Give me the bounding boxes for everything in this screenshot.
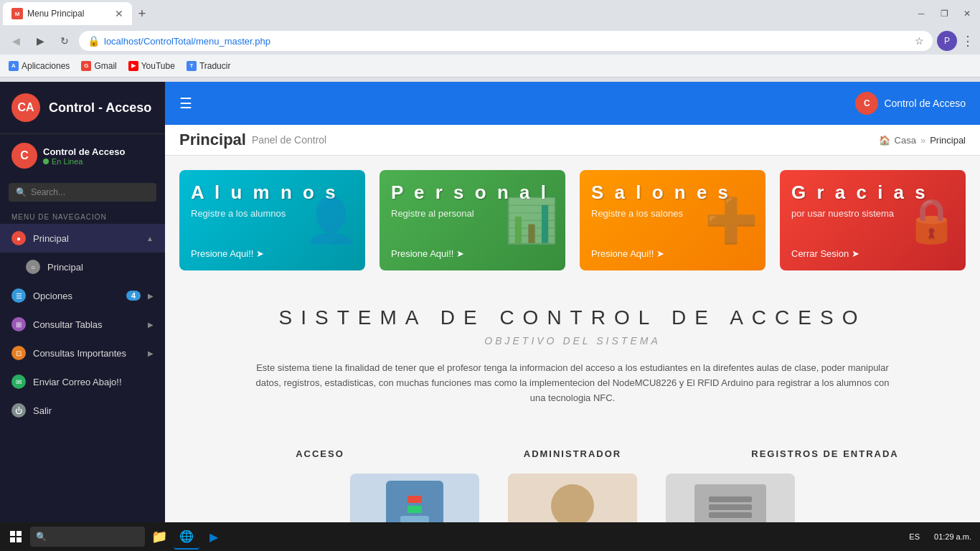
home-icon: 🏠 [879, 135, 890, 146]
hamburger-button[interactable]: ☰ [179, 95, 192, 112]
sidebar-item-principal[interactable]: ○ Principal [0, 253, 165, 281]
opciones-icon: ☰ [11, 288, 26, 303]
bookmark-youtube[interactable]: ▶ YouTube [128, 61, 175, 71]
window-controls: ─ ❐ ✕ [911, 4, 977, 24]
bookmark-gmail[interactable]: G Gmail [81, 61, 116, 71]
bookmark-aplicaciones[interactable]: A Aplicaciones [9, 61, 70, 71]
card-personal-action[interactable]: Presione Aqui!! ➤ [391, 248, 554, 259]
tray-lang: ES [909, 532, 920, 541]
alumnos-icon: 👤 [304, 195, 358, 246]
translate-icon: T [187, 61, 197, 71]
consultas-chevron-icon: ▶ [148, 349, 154, 357]
svg-rect-3 [17, 537, 22, 542]
device-led-green [407, 506, 422, 513]
back-button[interactable]: ◀ [6, 31, 26, 51]
breadcrumb-subtitle: Panel de Control [252, 134, 326, 146]
breadcrumb-current: Principal [930, 135, 966, 146]
tab-favicon: M [11, 8, 23, 19]
start-button[interactable] [3, 524, 29, 550]
taskbar-search-box[interactable]: 🔍 [30, 527, 145, 547]
svg-rect-2 [10, 537, 15, 542]
status-dot-icon [43, 159, 49, 164]
gmail-icon: G [81, 61, 91, 71]
consultar-icon: ⊞ [11, 317, 26, 331]
taskbar-right-section: ES 01:29 a.m. [903, 532, 977, 542]
card-alumnos[interactable]: A l u m n o s Registre a los alumnos Pre… [179, 170, 365, 270]
taskbar-clock: 01:29 a.m. [928, 532, 977, 542]
tab-close-button[interactable]: ✕ [115, 8, 123, 19]
taskbar-chrome-icon[interactable]: 🌐 [174, 524, 199, 550]
bookmark-star-icon[interactable]: ☆ [915, 35, 924, 47]
address-text: localhost/ControlTotal/menu_master.php [104, 36, 910, 47]
gmail-label: Gmail [94, 61, 116, 71]
device-led-red [407, 496, 422, 503]
card-gracias-action[interactable]: Cerrar Sesion ➤ [791, 248, 954, 259]
card-personal[interactable]: P e r s o n a l Registre al personal Pre… [380, 170, 565, 270]
aplicaciones-label: Aplicaciones [22, 61, 70, 71]
taskbar-explorer-icon[interactable]: 📁 [146, 524, 172, 550]
username-label: Control de Acceso [43, 146, 154, 157]
consultar-chevron-icon: ▶ [148, 321, 154, 329]
sidebar-item-consultas-label: Consultas Importantes [33, 348, 141, 359]
header-brand: Control de Acceso [884, 98, 966, 109]
card-salones-action[interactable]: Presione Aqui!! ➤ [591, 248, 754, 259]
more-options-button[interactable]: ⋮ [961, 33, 974, 49]
reg-line1 [709, 496, 752, 502]
label-administrador: ADMINISTRADOR [446, 448, 699, 459]
bookmarks-bar: A Aplicaciones G Gmail ▶ YouTube T Tradu… [0, 55, 980, 77]
sidebar-item-opciones-label: Opciones [33, 291, 119, 301]
label-acceso: ACCESO [194, 448, 446, 459]
taskbar-search-icon: 🔍 [36, 532, 47, 542]
chevron-down-icon: ▲ [146, 235, 154, 242]
breadcrumb-right: 🏠 Casa » Principal [879, 135, 966, 146]
taskbar-vscode-icon[interactable]: ▶ [201, 524, 227, 550]
reg-line2 [709, 504, 752, 510]
sidebar-item-salir-label: Salir [33, 405, 154, 416]
sidebar-user-section: C Control de Acceso En Linea [0, 134, 165, 177]
search-box: 🔍 [9, 183, 156, 202]
header-left: ☰ [179, 95, 192, 112]
label-registros: REGISTROS DE ENTRADA [699, 448, 951, 459]
sidebar-item-consultas[interactable]: ⊡ Consultas Importantes ▶ [0, 339, 165, 367]
sidebar-item-principal-parent[interactable]: ● Principal ▲ [0, 224, 165, 253]
cards-row: A l u m n o s Registre a los alumnos Pre… [165, 156, 980, 285]
header-logo: C [855, 92, 878, 115]
admin-circle [551, 484, 594, 527]
status-badge: En Linea [43, 157, 154, 166]
sidebar-item-salir[interactable]: ⏻ Salir [0, 396, 165, 425]
search-input[interactable] [31, 187, 149, 197]
tab-bar: M Menu Principal ✕ + ─ ❐ ✕ [0, 0, 980, 27]
new-tab-button[interactable]: + [132, 4, 152, 24]
principal-parent-icon: ● [11, 231, 26, 245]
bookmark-traducir[interactable]: T Traducir [187, 61, 231, 71]
tab-title: Menu Principal [27, 9, 110, 19]
page-title: Principal [179, 131, 246, 149]
salones-icon: ➕ [705, 195, 758, 246]
card-alumnos-action[interactable]: Presione Aqui!! ➤ [191, 248, 354, 259]
profile-button[interactable]: P [937, 31, 957, 51]
svg-rect-0 [10, 531, 15, 536]
sidebar-item-consultar-tablas[interactable]: ⊞ Consultar Tablas ▶ [0, 310, 165, 339]
reg-line3 [709, 512, 752, 518]
close-button[interactable]: ✕ [957, 4, 977, 24]
header-right: C Control de Acceso [855, 92, 966, 115]
avatar: C [11, 143, 37, 169]
breadcrumb-separator: » [920, 135, 925, 146]
sidebar-item-correo-label: Enviar Correo Abajo!! [33, 377, 154, 387]
minimize-button[interactable]: ─ [911, 4, 931, 24]
restore-button[interactable]: ❐ [934, 4, 954, 24]
sidebar-item-correo[interactable]: ✉ Enviar Correo Abajo!! [0, 367, 165, 396]
sidebar-brand: Control - Acceso [49, 100, 151, 116]
chevron-right-icon: ▶ [148, 292, 154, 300]
address-bar[interactable]: 🔒 localhost/ControlTotal/menu_master.php… [79, 31, 933, 51]
bottom-labels-row: ACCESO ADMINISTRADOR REGISTROS DE ENTRAD… [165, 448, 980, 459]
traducir-label: Traducir [199, 61, 231, 71]
aplicaciones-icon: A [9, 61, 19, 71]
browser-tab-active[interactable]: M Menu Principal ✕ [3, 2, 132, 25]
card-gracias[interactable]: G r a c i a s por usar nuestro sistema C… [780, 170, 966, 270]
refresh-button[interactable]: ↻ [55, 31, 75, 51]
principal-icon: ○ [26, 260, 40, 274]
card-salones[interactable]: S a l o n e s Registre a los salones Pre… [580, 170, 765, 270]
sidebar-item-opciones[interactable]: ☰ Opciones 4 ▶ [0, 281, 165, 310]
forward-button[interactable]: ▶ [30, 31, 50, 51]
